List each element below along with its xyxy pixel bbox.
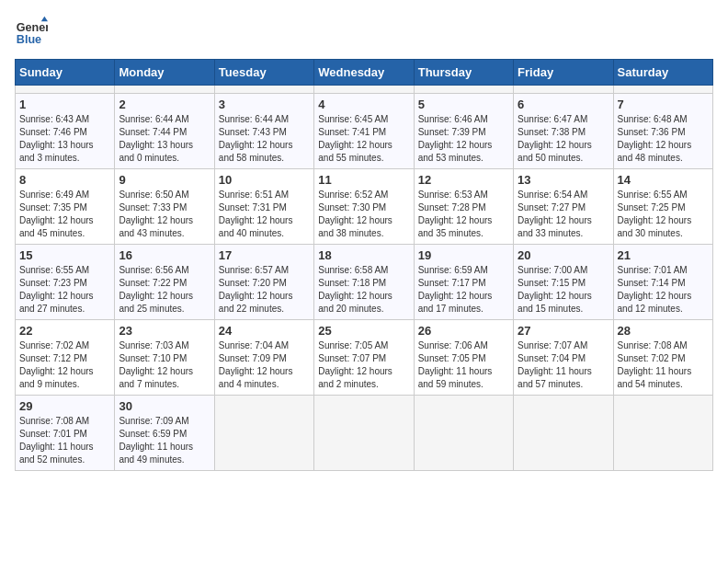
- day-number: 17: [219, 248, 310, 262]
- day-number: 14: [618, 173, 709, 187]
- header-row: SundayMondayTuesdayWednesdayThursdayFrid…: [16, 60, 713, 86]
- header-day-tuesday: Tuesday: [214, 60, 313, 86]
- day-number: 6: [518, 98, 609, 111]
- calendar-cell: 7Sunrise: 6:48 AMSunset: 7:36 PMDaylight…: [613, 94, 712, 169]
- calendar-cell: 14Sunrise: 6:55 AMSunset: 7:25 PMDayligh…: [613, 169, 712, 245]
- day-number: 8: [19, 173, 110, 187]
- calendar-cell: 25Sunrise: 7:05 AMSunset: 7:07 PMDayligh…: [314, 320, 414, 396]
- logo: General Blue: [15, 15, 48, 48]
- day-number: 2: [119, 98, 210, 111]
- day-info: Sunrise: 7:02 AMSunset: 7:12 PMDaylight:…: [19, 339, 110, 391]
- logo-icon: General Blue: [15, 15, 48, 48]
- day-info: Sunrise: 7:09 AMSunset: 6:59 PMDaylight:…: [119, 415, 210, 466]
- day-number: 7: [618, 98, 709, 111]
- calendar-cell: 2Sunrise: 6:44 AMSunset: 7:44 PMDaylight…: [115, 94, 214, 169]
- day-number: 23: [119, 324, 210, 338]
- day-info: Sunrise: 6:58 AMSunset: 7:18 PMDaylight:…: [318, 264, 409, 316]
- week-row-2: 8Sunrise: 6:49 AMSunset: 7:35 PMDaylight…: [16, 169, 713, 245]
- day-info: Sunrise: 7:06 AMSunset: 7:05 PMDaylight:…: [418, 339, 509, 391]
- calendar-cell: [613, 86, 712, 94]
- calendar-cell: 23Sunrise: 7:03 AMSunset: 7:10 PMDayligh…: [115, 320, 214, 396]
- day-info: Sunrise: 6:44 AMSunset: 7:44 PMDaylight:…: [119, 113, 210, 165]
- day-info: Sunrise: 6:50 AMSunset: 7:33 PMDaylight:…: [119, 189, 210, 240]
- day-number: 13: [518, 173, 609, 187]
- calendar-cell: 20Sunrise: 7:00 AMSunset: 7:15 PMDayligh…: [514, 245, 613, 320]
- calendar-cell: 12Sunrise: 6:53 AMSunset: 7:28 PMDayligh…: [414, 169, 513, 245]
- header-day-monday: Monday: [115, 60, 214, 86]
- calendar-cell: [16, 86, 115, 94]
- calendar-cell: 10Sunrise: 6:51 AMSunset: 7:31 PMDayligh…: [214, 169, 313, 245]
- day-number: 26: [418, 324, 509, 338]
- calendar-cell: 29Sunrise: 7:08 AMSunset: 7:01 PMDayligh…: [16, 396, 115, 471]
- calendar-cell: [314, 396, 414, 471]
- day-info: Sunrise: 7:01 AMSunset: 7:14 PMDaylight:…: [618, 264, 709, 316]
- svg-marker-2: [41, 17, 48, 21]
- day-info: Sunrise: 6:55 AMSunset: 7:23 PMDaylight:…: [19, 264, 110, 316]
- calendar-cell: [414, 86, 513, 94]
- calendar-table: SundayMondayTuesdayWednesdayThursdayFrid…: [15, 59, 713, 471]
- calendar-cell: 3Sunrise: 6:44 AMSunset: 7:43 PMDaylight…: [214, 94, 313, 169]
- calendar-cell: 8Sunrise: 6:49 AMSunset: 7:35 PMDaylight…: [16, 169, 115, 245]
- header-day-sunday: Sunday: [16, 60, 115, 86]
- day-number: 22: [19, 324, 110, 338]
- day-number: 18: [318, 248, 409, 262]
- header-day-thursday: Thursday: [414, 60, 513, 86]
- svg-text:Blue: Blue: [17, 33, 41, 46]
- calendar-cell: [514, 396, 613, 471]
- day-info: Sunrise: 6:59 AMSunset: 7:17 PMDaylight:…: [418, 264, 509, 316]
- calendar-cell: 9Sunrise: 6:50 AMSunset: 7:33 PMDaylight…: [115, 169, 214, 245]
- day-number: 5: [418, 98, 509, 111]
- calendar-cell: 16Sunrise: 6:56 AMSunset: 7:22 PMDayligh…: [115, 245, 214, 320]
- calendar-cell: 22Sunrise: 7:02 AMSunset: 7:12 PMDayligh…: [16, 320, 115, 396]
- day-number: 10: [219, 173, 310, 187]
- day-number: 30: [119, 399, 210, 413]
- day-info: Sunrise: 7:04 AMSunset: 7:09 PMDaylight:…: [219, 339, 310, 391]
- calendar-cell: 11Sunrise: 6:52 AMSunset: 7:30 PMDayligh…: [314, 169, 414, 245]
- calendar-cell: 4Sunrise: 6:45 AMSunset: 7:41 PMDaylight…: [314, 94, 414, 169]
- calendar-cell: 26Sunrise: 7:06 AMSunset: 7:05 PMDayligh…: [414, 320, 513, 396]
- day-info: Sunrise: 7:03 AMSunset: 7:10 PMDaylight:…: [119, 339, 210, 391]
- header-day-friday: Friday: [514, 60, 613, 86]
- day-info: Sunrise: 6:57 AMSunset: 7:20 PMDaylight:…: [219, 264, 310, 316]
- day-info: Sunrise: 6:52 AMSunset: 7:30 PMDaylight:…: [318, 189, 409, 240]
- day-info: Sunrise: 6:48 AMSunset: 7:36 PMDaylight:…: [618, 113, 709, 165]
- day-info: Sunrise: 7:07 AMSunset: 7:04 PMDaylight:…: [518, 339, 609, 391]
- day-info: Sunrise: 6:55 AMSunset: 7:25 PMDaylight:…: [618, 189, 709, 240]
- day-info: Sunrise: 7:08 AMSunset: 7:01 PMDaylight:…: [19, 415, 110, 466]
- week-row-0: [16, 86, 713, 94]
- day-info: Sunrise: 6:49 AMSunset: 7:35 PMDaylight:…: [19, 189, 110, 240]
- day-number: 28: [618, 324, 709, 338]
- calendar-cell: 13Sunrise: 6:54 AMSunset: 7:27 PMDayligh…: [514, 169, 613, 245]
- day-number: 24: [219, 324, 310, 338]
- calendar-cell: 30Sunrise: 7:09 AMSunset: 6:59 PMDayligh…: [115, 396, 214, 471]
- day-info: Sunrise: 6:47 AMSunset: 7:38 PMDaylight:…: [518, 113, 609, 165]
- week-row-5: 29Sunrise: 7:08 AMSunset: 7:01 PMDayligh…: [16, 396, 713, 471]
- day-number: 12: [418, 173, 509, 187]
- day-info: Sunrise: 6:56 AMSunset: 7:22 PMDaylight:…: [119, 264, 210, 316]
- day-info: Sunrise: 6:54 AMSunset: 7:27 PMDaylight:…: [518, 189, 609, 240]
- calendar-cell: [314, 86, 414, 94]
- day-number: 25: [318, 324, 409, 338]
- calendar-cell: 28Sunrise: 7:08 AMSunset: 7:02 PMDayligh…: [613, 320, 712, 396]
- day-number: 27: [518, 324, 609, 338]
- calendar-cell: 27Sunrise: 7:07 AMSunset: 7:04 PMDayligh…: [514, 320, 613, 396]
- day-number: 21: [618, 248, 709, 262]
- calendar-cell: [115, 86, 214, 94]
- week-row-1: 1Sunrise: 6:43 AMSunset: 7:46 PMDaylight…: [16, 94, 713, 169]
- week-row-3: 15Sunrise: 6:55 AMSunset: 7:23 PMDayligh…: [16, 245, 713, 320]
- day-number: 4: [318, 98, 409, 111]
- calendar-cell: [414, 396, 513, 471]
- calendar-cell: 18Sunrise: 6:58 AMSunset: 7:18 PMDayligh…: [314, 245, 414, 320]
- calendar-cell: 17Sunrise: 6:57 AMSunset: 7:20 PMDayligh…: [214, 245, 313, 320]
- calendar-cell: 19Sunrise: 6:59 AMSunset: 7:17 PMDayligh…: [414, 245, 513, 320]
- day-info: Sunrise: 6:45 AMSunset: 7:41 PMDaylight:…: [318, 113, 409, 165]
- day-number: 3: [219, 98, 310, 111]
- day-info: Sunrise: 7:05 AMSunset: 7:07 PMDaylight:…: [318, 339, 409, 391]
- header-day-saturday: Saturday: [613, 60, 712, 86]
- day-number: 15: [19, 248, 110, 262]
- calendar-cell: 15Sunrise: 6:55 AMSunset: 7:23 PMDayligh…: [16, 245, 115, 320]
- calendar-cell: [214, 86, 313, 94]
- day-info: Sunrise: 6:44 AMSunset: 7:43 PMDaylight:…: [219, 113, 310, 165]
- day-info: Sunrise: 7:08 AMSunset: 7:02 PMDaylight:…: [618, 339, 709, 391]
- day-number: 20: [518, 248, 609, 262]
